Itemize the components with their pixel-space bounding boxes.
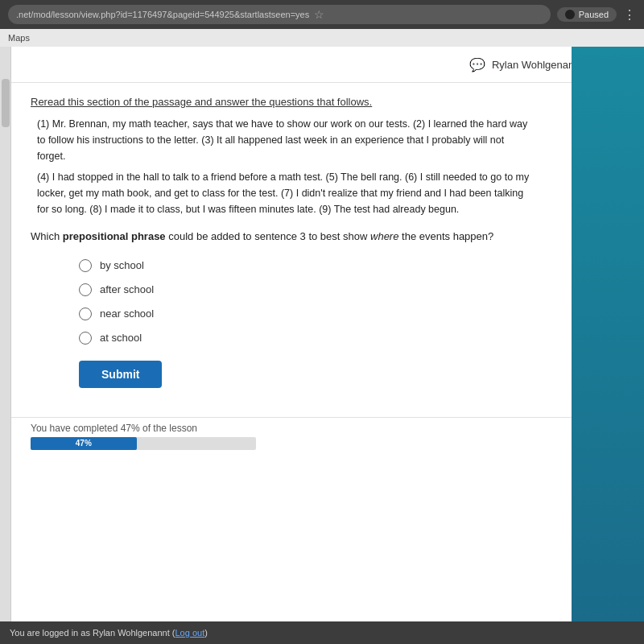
radio-at-school[interactable] [79,332,92,345]
radio-after-school[interactable] [79,283,92,296]
user-name: Rylan Wohlgenannt [492,59,583,71]
paused-dot-icon [565,10,575,19]
option-at-school-label: at school [100,332,142,344]
option-near-school[interactable]: near school [79,308,539,320]
chat-icon: 💬 [469,57,485,72]
paused-label: Paused [579,10,609,19]
option-near-school-label: near school [100,308,154,320]
user-bar: 💬 Rylan Wohlgenannt ▼ [11,47,644,83]
logout-link[interactable]: Log out [175,628,205,638]
progress-percent-label: 47% [76,439,92,448]
passage-paragraph: (1) Mr. Brennan, my math teacher, says t… [37,116,533,164]
instruction-text: Reread this section of the passage and a… [31,96,372,108]
question-bold-phrase: prepositional phrase [63,230,166,242]
option-after-school-label: after school [100,283,154,295]
option-at-school[interactable]: at school [79,332,539,345]
question-text: Which prepositional phrase could be adde… [31,229,539,245]
browser-menu-icon[interactable]: ⋮ [623,7,636,23]
status-text: You are logged in as Rylan Wohlgenannt (… [10,628,208,638]
submit-button[interactable]: Submit [79,361,162,388]
progress-bar-background: 47% [31,437,256,450]
question-italic-where: where [370,230,398,242]
scrollbar-track[interactable] [0,47,11,626]
option-by-school[interactable]: by school [79,259,539,272]
page-content: 💬 Rylan Wohlgenannt ▼ Reread this sectio… [11,47,644,626]
progress-bar-fill: 47% [31,437,137,450]
bookmark-icon[interactable]: ☆ [314,8,324,21]
status-bar: You are logged in as Rylan Wohlgenannt (… [0,621,644,644]
scrollbar-thumb[interactable] [2,79,10,127]
progress-section: You have completed 47% of the lesson 47% [11,417,644,458]
content-section: Reread this section of the passage and a… [11,83,559,417]
paused-button[interactable]: Paused [557,7,617,22]
section-instruction: Reread this section of the passage and a… [31,96,539,108]
answer-options: by school after school near school at sc… [79,259,539,345]
url-text: .net/mod/lesson/view.php?id=1176497&page… [16,10,309,19]
url-bar[interactable]: .net/mod/lesson/view.php?id=1176497&page… [8,5,551,24]
right-decorative-panel [572,47,644,626]
browser-body: 💬 Rylan Wohlgenannt ▼ Reread this sectio… [0,47,644,626]
logged-in-user: Rylan Wohlgenannt [93,628,170,638]
radio-by-school[interactable] [79,259,92,272]
option-by-school-label: by school [100,259,144,271]
tab-bar: Maps [0,29,644,47]
browser-chrome: .net/mod/lesson/view.php?id=1176497&page… [0,0,644,29]
progress-text: You have completed 47% of the lesson [31,423,625,434]
maps-tab[interactable]: Maps [8,33,30,43]
option-after-school[interactable]: after school [79,283,539,296]
passage-paragraph-2: (4) I had stopped in the hall to talk to… [37,169,533,217]
passage-text: (1) Mr. Brennan, my math teacher, says t… [31,116,539,217]
radio-near-school[interactable] [79,308,92,320]
